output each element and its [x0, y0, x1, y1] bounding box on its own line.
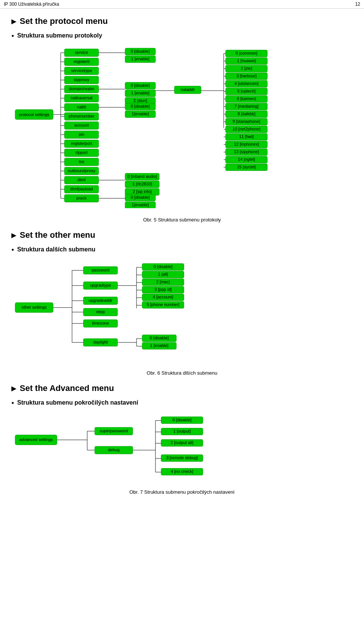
svg-text:14 [ngtel]: 14 [ngtel] [238, 157, 255, 162]
section1-subtitle: Struktura submenu protokoly [11, 32, 353, 39]
svg-text:daylight: daylight [93, 340, 108, 344]
svg-text:0 [disable]: 0 [disable] [131, 195, 150, 199]
svg-text:dtmf: dtmf [77, 177, 86, 182]
page-number: 12 [355, 2, 360, 7]
svg-text:1 [output]: 1 [output] [173, 429, 191, 433]
svg-text:1 [rfc2833]: 1 [rfc2833] [132, 182, 152, 186]
svg-text:1 [enable]: 1 [enable] [131, 57, 149, 61]
svg-text:rtpport: rtpport [75, 150, 88, 155]
svg-text:9 [stanaphone]: 9 [stanaphone] [233, 119, 260, 124]
svg-text:protocol settings: protocol settings [19, 112, 50, 117]
svg-text:upgradeaddr: upgradeaddr [89, 298, 113, 303]
section3-caption: Obr. 7 Struktura submenu pokročilých nas… [11, 489, 353, 495]
svg-text:upgradtype: upgradtype [90, 283, 111, 287]
svg-text:5 [phone number]: 5 [phone number] [147, 302, 179, 307]
svg-text:dtmfpayload: dtmfpayload [70, 187, 93, 191]
svg-text:1 [enable]: 1 [enable] [150, 343, 168, 348]
advanced-diagram: advanced settings superpassword debug 0 … [11, 412, 353, 482]
svg-text:password: password [91, 268, 109, 272]
svg-text:6 [kaimen]: 6 [kaimen] [237, 96, 256, 101]
svg-text:0 [disable]: 0 [disable] [131, 104, 150, 108]
svg-text:prack: prack [77, 196, 87, 200]
svg-text:3 [ppp id]: 3 [ppp id] [154, 287, 171, 292]
svg-text:account: account [74, 123, 89, 127]
svg-text:1 [huawei]: 1 [huawei] [237, 58, 256, 63]
svg-text:debug: debug [108, 447, 120, 452]
svg-text:12 [inphonex]: 12 [inphonex] [234, 142, 259, 146]
svg-text:outboundproxy: outboundproxy [68, 168, 96, 173]
svg-text:2 [output all]: 2 [output all] [171, 440, 193, 445]
svg-text:5 [uptech]: 5 [uptech] [237, 89, 256, 93]
svg-text:10 [net2phone]: 10 [net2phone] [232, 127, 260, 131]
svg-text:4 [no check]: 4 [no check] [171, 469, 193, 474]
svg-text:4 [account]: 4 [account] [153, 295, 173, 299]
svg-text:11 [fwd]: 11 [fwd] [239, 134, 254, 139]
svg-text:registerport: registerport [71, 141, 92, 146]
svg-text:0 [disable]: 0 [disable] [150, 336, 169, 340]
svg-text:domain/realm: domain/realm [69, 86, 94, 91]
svg-text:0 [common]: 0 [common] [235, 51, 257, 55]
svg-text:sipproxy: sipproxy [74, 77, 89, 82]
other-diagram: other settings password upgradtype upgra… [11, 259, 353, 363]
svg-text:3 [harbour]: 3 [harbour] [236, 74, 256, 78]
svg-text:2 [mac]: 2 [mac] [156, 279, 170, 284]
section2-title: Set the other menu [11, 230, 353, 240]
svg-text:servicetype: servicetype [71, 68, 92, 73]
svg-text:0 [disable]: 0 [disable] [154, 264, 173, 269]
svg-text:8 [italkbb]: 8 [italkbb] [237, 111, 255, 116]
svg-text:pin: pin [79, 132, 85, 137]
header-title: IP 300 Uživatelská příručka [4, 2, 59, 7]
svg-text:0 [disable]: 0 [disable] [131, 83, 150, 88]
svg-text:3 [remote debug]: 3 [remote debug] [166, 455, 198, 460]
svg-text:other settings: other settings [22, 305, 47, 309]
svg-text:1 [all]: 1 [all] [158, 272, 168, 276]
section1-caption: Obr. 5 Struktura submenu protokoly [11, 217, 353, 223]
svg-text:advanced settings: advanced settings [19, 437, 53, 442]
svg-text:15 [ayctel]: 15 [ayctel] [237, 165, 256, 169]
section1-title: Set the protocol menu [11, 16, 353, 26]
svg-text:1[enable]: 1[enable] [132, 111, 149, 116]
svg-text:superpassword: superpassword [100, 429, 128, 433]
svg-text:1 [enable]: 1 [enable] [131, 91, 149, 95]
section2-caption: Obr. 6 Struktura dlších submenu [11, 370, 353, 376]
svg-text:4 [utstarcom]: 4 [utstarcom] [234, 81, 259, 86]
svg-text:tos: tos [79, 159, 85, 164]
svg-text:2 [zte]: 2 [zte] [241, 66, 252, 71]
section3-title: Set the Advanced menu [11, 383, 353, 393]
svg-text:2 [sip info]: 2 [sip info] [133, 189, 152, 194]
svg-text:registertl: registertl [74, 59, 89, 64]
svg-text:ntsip: ntsip [96, 309, 105, 314]
svg-text:timezone: timezone [92, 321, 109, 325]
svg-text:13 [sipphone]: 13 [sipphone] [234, 149, 259, 154]
protocol-diagram: protocol settings service registertl ser… [11, 45, 353, 209]
svg-text:0 [disable]: 0 [disable] [173, 418, 191, 422]
svg-text:0 [inband audio]: 0 [inband audio] [127, 174, 157, 179]
svg-text:0 [disable]: 0 [disable] [131, 49, 150, 53]
svg-text:1[enable]: 1[enable] [132, 202, 149, 207]
svg-text:phonenumber: phonenumber [69, 114, 94, 118]
svg-text:nataddr: nataddr [180, 87, 195, 92]
svg-text:nattraversal: nattraversal [71, 96, 92, 100]
section2-subtitle: Struktura dalších submenu [11, 246, 353, 253]
svg-text:2 [stun]: 2 [stun] [133, 98, 147, 103]
section3-subtitle: Struktura submenu pokročilých nastavení [11, 399, 353, 406]
page-header: IP 300 Uživatelská příručka 12 [0, 0, 364, 9]
svg-text:service: service [75, 50, 88, 55]
svg-text:7 [mediaring]: 7 [mediaring] [234, 104, 259, 108]
svg-text:natttl: natttl [77, 105, 86, 109]
